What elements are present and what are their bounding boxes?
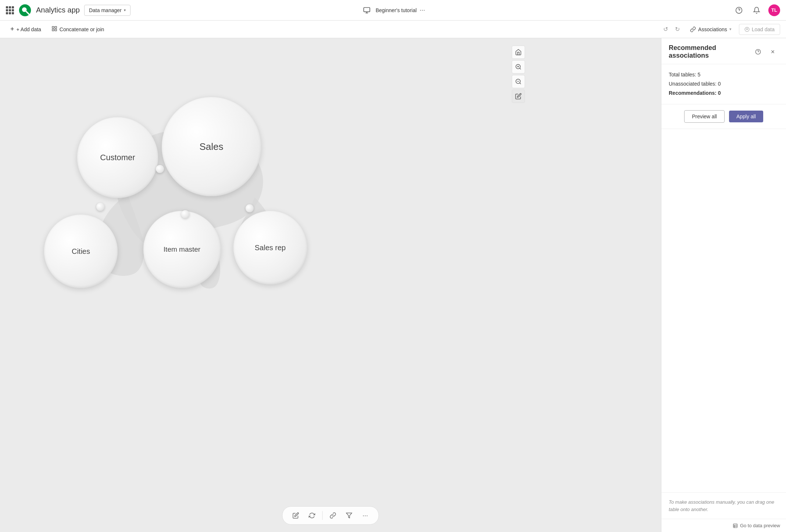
qlik-logo[interactable] <box>18 4 32 17</box>
undo-button[interactable]: ↺ <box>660 24 671 35</box>
panel-header: Recommended associations × <box>661 38 786 64</box>
edit-button[interactable] <box>512 90 525 103</box>
panel-title: Recommended associations <box>669 44 752 60</box>
concat-icon <box>51 26 57 33</box>
panel-help-icon[interactable] <box>752 46 764 58</box>
apps-icon[interactable] <box>6 6 14 14</box>
topnav: Analytics app Data manager ▾ Beginner's … <box>0 0 786 21</box>
chevron-down-icon: ▾ <box>124 8 126 12</box>
bottom-toolbar: ··· <box>282 506 379 525</box>
help-icon[interactable] <box>733 4 745 16</box>
cities-label: Cities <box>72 247 90 256</box>
connection-node-1 <box>156 165 164 173</box>
zoom-out-button[interactable] <box>512 75 525 88</box>
undo-redo-group: ↺ ↻ <box>660 24 683 35</box>
preview-all-button[interactable]: Preview all <box>684 110 725 123</box>
bottom-refresh-icon[interactable] <box>306 510 318 521</box>
panel-actions: Preview all Apply all <box>661 104 786 129</box>
apply-all-button[interactable]: Apply all <box>729 111 763 122</box>
svg-marker-21 <box>346 513 352 518</box>
connection-node-4 <box>246 204 254 212</box>
customer-bubble[interactable]: Customer <box>77 117 158 198</box>
tutorial-more-icon[interactable]: ··· <box>419 6 425 14</box>
panel-footer: To make associations manually, you can d… <box>661 492 786 519</box>
bottom-separator <box>322 511 323 520</box>
toolbar-left: + + Add data Concatenate or join <box>6 23 658 35</box>
canvas-area[interactable]: Customer Sales Cities Item master Sales … <box>0 38 661 532</box>
svg-rect-9 <box>55 26 57 28</box>
svg-rect-8 <box>52 26 54 28</box>
home-view-button[interactable] <box>512 46 525 59</box>
svg-line-19 <box>519 83 521 84</box>
connection-node-3 <box>181 210 189 218</box>
zoom-in-button[interactable] <box>512 60 525 73</box>
data-manager-dropdown[interactable]: Data manager ▾ <box>84 5 131 16</box>
bottom-link-icon[interactable] <box>327 510 339 521</box>
panel-info: Total tables: 5 Unassociated tables: 0 R… <box>661 64 786 104</box>
connection-node-2 <box>96 203 104 211</box>
bottom-more-icon[interactable]: ··· <box>360 510 371 521</box>
right-toolbar <box>512 46 525 103</box>
chevron-down-icon: ▾ <box>729 27 732 32</box>
right-panel: Recommended associations × Total tables:… <box>661 38 786 532</box>
bottom-filter-icon[interactable] <box>343 510 355 521</box>
sales-label: Sales <box>199 141 223 152</box>
plus-icon: + <box>10 25 14 33</box>
panel-data-preview-bar[interactable]: Go to data preview <box>661 519 786 532</box>
associations-button[interactable]: Associations ▾ <box>686 24 736 35</box>
concatenate-join-button[interactable]: Concatenate or join <box>47 24 108 35</box>
cities-bubble[interactable]: Cities <box>44 215 118 288</box>
app-title: Analytics app <box>36 6 80 14</box>
sales-rep-label: Sales rep <box>255 244 286 252</box>
svg-rect-11 <box>55 29 57 31</box>
topnav-right: TL <box>733 4 780 16</box>
sales-rep-bubble[interactable]: Sales rep <box>233 211 307 284</box>
unassociated-text: Unassociated tables: 0 <box>669 79 779 89</box>
avatar[interactable]: TL <box>768 4 780 16</box>
redo-button[interactable]: ↻ <box>672 24 683 35</box>
panel-close-icon[interactable]: × <box>767 46 779 58</box>
svg-line-15 <box>519 68 521 69</box>
recommendations-text: Recommendations: 0 <box>669 89 779 98</box>
panel-header-icons: × <box>752 46 779 58</box>
topnav-center: Beginner's tutorial ··· <box>361 4 425 16</box>
toolbar-right: ↺ ↻ Associations ▾ Load data <box>660 24 780 35</box>
add-data-button[interactable]: + + Add data <box>6 23 46 35</box>
notifications-icon[interactable] <box>751 4 762 16</box>
panel-body <box>661 129 786 492</box>
total-tables-text: Total tables: 5 <box>669 70 779 79</box>
sales-bubble[interactable]: Sales <box>162 97 261 196</box>
item-master-label: Item master <box>164 245 200 254</box>
main-area: Customer Sales Cities Item master Sales … <box>0 38 786 532</box>
customer-label: Customer <box>100 153 135 162</box>
load-data-button[interactable]: Load data <box>739 24 780 35</box>
svg-rect-24 <box>733 524 737 528</box>
svg-rect-3 <box>364 7 370 12</box>
toolbar: + + Add data Concatenate or join ↺ ↻ Ass… <box>0 21 786 38</box>
tutorial-label[interactable]: Beginner's tutorial <box>376 7 417 13</box>
screen-icon <box>361 4 373 16</box>
data-preview-label: Go to data preview <box>740 523 780 528</box>
item-master-bubble[interactable]: Item master <box>143 211 221 288</box>
bottom-edit-icon[interactable] <box>290 510 302 521</box>
svg-rect-10 <box>52 29 54 31</box>
